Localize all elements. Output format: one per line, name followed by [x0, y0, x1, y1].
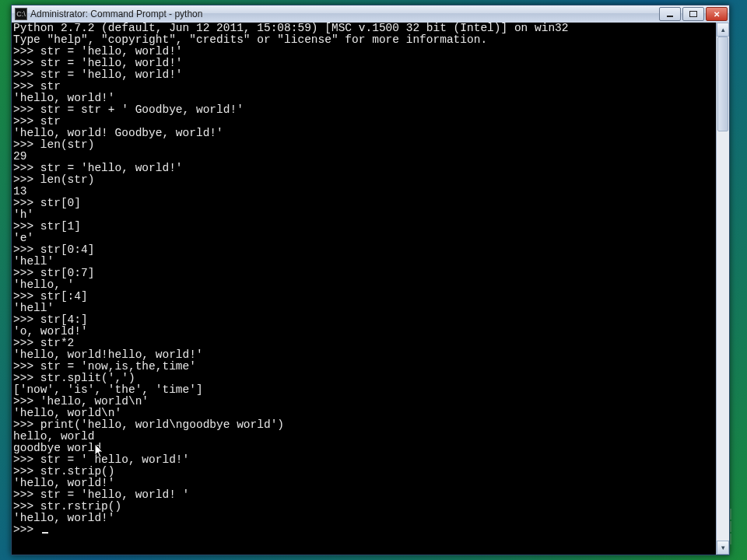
- scrollbar-thumb[interactable]: [717, 37, 728, 131]
- scroll-down-button[interactable]: ▾: [717, 541, 729, 555]
- arrow-down-icon: ▾: [721, 544, 725, 551]
- minimize-icon: [667, 16, 673, 17]
- maximize-icon: [689, 11, 697, 17]
- scroll-up-button[interactable]: ▴: [717, 23, 729, 37]
- app-icon: C:\: [15, 8, 27, 20]
- arrow-up-icon: ▴: [721, 26, 725, 33]
- maximize-button[interactable]: [682, 7, 704, 21]
- client-area: Python 2.7.2 (default, Jun 12 2011, 15:0…: [12, 23, 729, 555]
- window-buttons: ✕: [659, 7, 728, 21]
- scrollbar-track[interactable]: [717, 37, 729, 541]
- terminal-output[interactable]: Python 2.7.2 (default, Jun 12 2011, 15:0…: [12, 23, 716, 555]
- close-button[interactable]: ✕: [706, 7, 728, 21]
- vertical-scrollbar[interactable]: ▴ ▾: [716, 23, 729, 555]
- terminal-cursor: [42, 532, 48, 534]
- close-icon: ✕: [714, 10, 720, 19]
- window-title: Administrator: Command Prompt - python: [30, 9, 659, 19]
- minimize-button[interactable]: [659, 7, 681, 21]
- command-prompt-window: C:\ Administrator: Command Prompt - pyth…: [11, 5, 730, 555]
- titlebar[interactable]: C:\ Administrator: Command Prompt - pyth…: [12, 5, 729, 23]
